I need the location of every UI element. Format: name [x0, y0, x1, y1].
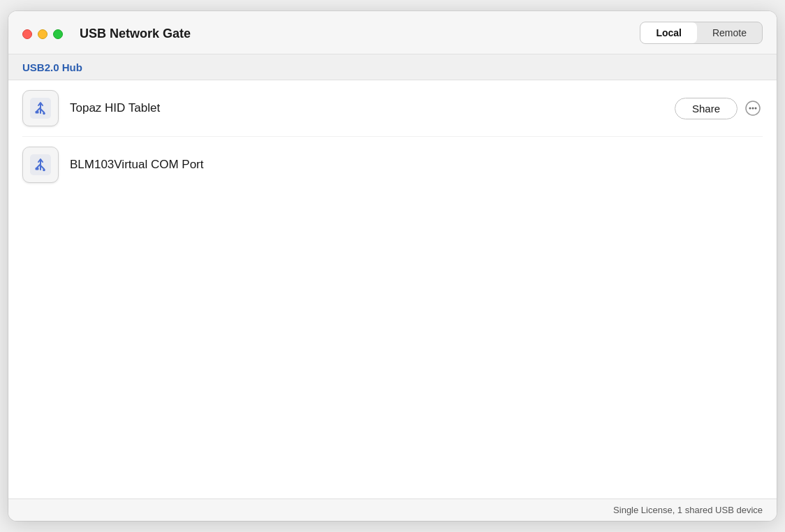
svg-point-15 — [43, 169, 45, 172]
close-button[interactable] — [22, 29, 32, 39]
usb-icon — [30, 154, 51, 175]
ellipsis-icon — [745, 101, 761, 116]
svg-rect-3 — [36, 111, 39, 114]
maximize-button[interactable] — [53, 29, 63, 39]
tab-local[interactable]: Local — [640, 22, 697, 43]
device-icon-wrapper — [22, 147, 59, 183]
svg-point-7 — [749, 108, 751, 110]
traffic-lights — [22, 29, 63, 39]
table-row: BLM103Virtual COM Port — [22, 137, 763, 193]
minimize-button[interactable] — [38, 29, 47, 39]
table-row: Topaz HID Tablet Share — [22, 80, 763, 137]
window-title: USB Network Gate — [80, 27, 191, 41]
svg-point-9 — [755, 108, 757, 110]
device-list: Topaz HID Tablet Share — [8, 80, 777, 193]
svg-point-8 — [752, 108, 754, 110]
status-text: Single License, 1 shared USB device — [613, 505, 763, 515]
tab-remote[interactable]: Remote — [697, 22, 762, 43]
device-icon-wrapper — [22, 90, 59, 126]
section-header: USB2.0 Hub — [8, 54, 777, 80]
device-actions: Share — [675, 98, 763, 119]
svg-point-5 — [43, 112, 45, 115]
share-button[interactable]: Share — [675, 98, 738, 119]
device-name: Topaz HID Tablet — [70, 101, 675, 115]
content-area: USB2.0 Hub — [8, 54, 777, 498]
usb-icon — [30, 98, 51, 119]
statusbar: Single License, 1 shared USB device — [8, 498, 777, 521]
device-name: BLM103Virtual COM Port — [70, 158, 763, 172]
more-options-button[interactable] — [743, 98, 763, 118]
app-window: USB Network Gate Local Remote USB2.0 Hub — [8, 11, 777, 521]
svg-rect-13 — [36, 168, 39, 170]
view-tabs: Local Remote — [640, 22, 763, 44]
section-label: USB2.0 Hub — [22, 61, 82, 73]
titlebar: USB Network Gate Local Remote — [8, 11, 777, 54]
